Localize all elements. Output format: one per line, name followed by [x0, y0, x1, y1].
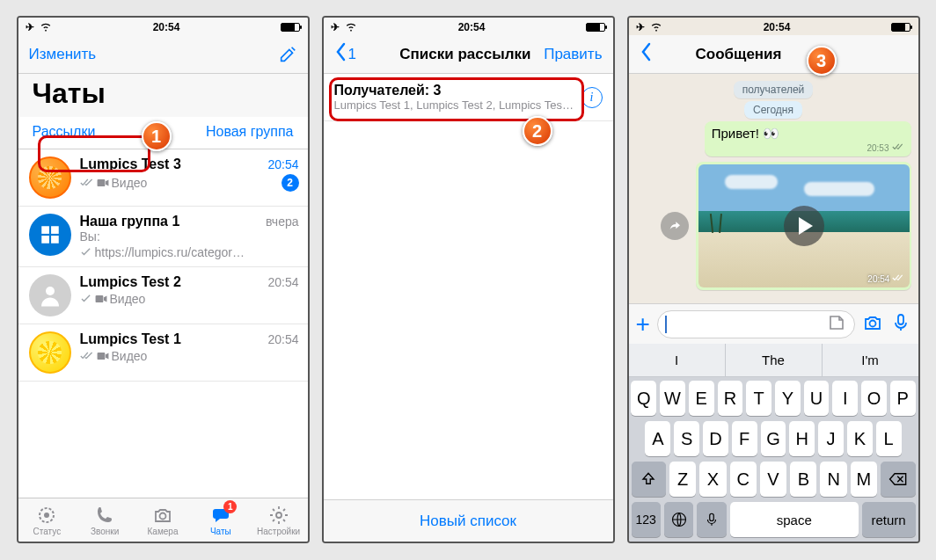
- key-123[interactable]: 123: [632, 502, 661, 537]
- key-k[interactable]: K: [847, 421, 873, 456]
- sticker-icon[interactable]: [826, 312, 847, 337]
- key-c[interactable]: C: [730, 462, 757, 497]
- key-x[interactable]: X: [699, 462, 726, 497]
- compose-button[interactable]: [245, 45, 297, 64]
- attach-button[interactable]: +: [636, 310, 650, 338]
- chat-row[interactable]: Наша группа 1вчераВы:https://lumpics.ru/…: [18, 207, 308, 267]
- chat-time: вчера: [266, 215, 298, 229]
- svg-rect-13: [898, 315, 903, 324]
- phone-conversation: ✈︎ 20:54 Сообщения получателей Сегодня П…: [627, 16, 920, 543]
- empty-area: [324, 121, 613, 499]
- chat-row[interactable]: Lumpics Test 120:54Видео: [18, 324, 308, 382]
- key-backspace[interactable]: [881, 462, 915, 497]
- key-q[interactable]: Q: [631, 381, 656, 416]
- key-g[interactable]: G: [761, 421, 786, 456]
- message-input[interactable]: [657, 310, 855, 338]
- key-b[interactable]: B: [790, 462, 816, 497]
- key-s[interactable]: S: [674, 421, 699, 456]
- navbar: Изменить: [18, 35, 308, 74]
- key-n[interactable]: N: [820, 462, 846, 497]
- recipients-pill: получателей: [734, 81, 814, 98]
- key-z[interactable]: Z: [669, 462, 696, 497]
- svg-point-11: [276, 513, 282, 518]
- key-y[interactable]: Y: [775, 381, 801, 416]
- broadcasts-link[interactable]: Рассылки: [33, 124, 96, 140]
- text-cursor: [665, 316, 667, 333]
- key-p[interactable]: P: [890, 381, 916, 416]
- key-t[interactable]: T: [746, 381, 771, 416]
- tab-calls[interactable]: Звонки: [76, 498, 134, 542]
- broadcast-list-item[interactable]: Получателей: 3 Lumpics Test 1, Lumpics T…: [324, 74, 613, 121]
- chat-you-prefix: Вы:: [80, 229, 299, 244]
- key-l[interactable]: L: [876, 421, 902, 456]
- avatar: [29, 331, 71, 374]
- double-tick-icon: [892, 273, 904, 284]
- key-f[interactable]: F: [732, 421, 757, 456]
- key-shift[interactable]: [632, 462, 666, 497]
- key-mic[interactable]: [697, 502, 726, 537]
- key-m[interactable]: M: [851, 462, 877, 497]
- key-i[interactable]: I: [832, 381, 858, 416]
- input-bar: +: [629, 303, 918, 344]
- key-return[interactable]: return: [862, 502, 916, 537]
- phone-broadcast-lists: ✈︎ 20:54 1 Списки рассылки Править Получ…: [322, 16, 615, 543]
- svg-rect-15: [710, 513, 714, 520]
- chat-snippet: Видео: [80, 176, 148, 190]
- key-e[interactable]: E: [689, 381, 714, 416]
- key-a[interactable]: A: [645, 421, 670, 456]
- play-icon[interactable]: [784, 206, 824, 246]
- back-button[interactable]: 1: [334, 42, 387, 66]
- key-r[interactable]: R: [718, 381, 743, 416]
- wifi-icon: [650, 20, 662, 35]
- airplane-icon: ✈︎: [331, 21, 340, 33]
- key-globe[interactable]: [664, 502, 693, 537]
- edit-button[interactable]: Изменить: [29, 46, 97, 63]
- video-thumbnail[interactable]: 20:54: [698, 164, 910, 287]
- key-o[interactable]: O: [861, 381, 887, 416]
- wifi-icon: [40, 20, 52, 35]
- chat-row[interactable]: Lumpics Test 320:54Видео2: [18, 149, 308, 207]
- chat-name: Lumpics Test 3: [80, 156, 181, 172]
- chat-name: Lumpics Test 2: [80, 274, 181, 290]
- chat-row[interactable]: Lumpics Test 220:54Видео: [18, 267, 308, 324]
- tab-camera[interactable]: Камера: [134, 498, 192, 542]
- predict-3[interactable]: I'm: [823, 344, 918, 376]
- key-space[interactable]: space: [730, 502, 859, 537]
- predict-2[interactable]: The: [726, 344, 823, 376]
- predictive-bar: I The I'm: [629, 344, 918, 377]
- key-v[interactable]: V: [760, 462, 786, 497]
- camera-icon[interactable]: [862, 312, 883, 337]
- svg-rect-2: [51, 226, 59, 234]
- mic-icon[interactable]: [890, 312, 911, 337]
- key-d[interactable]: D: [703, 421, 728, 456]
- key-j[interactable]: J: [818, 421, 844, 456]
- predict-1[interactable]: I: [629, 344, 726, 376]
- tab-status[interactable]: Статус: [18, 498, 77, 542]
- message-bubble[interactable]: Привет! 👀 20:53: [705, 121, 911, 156]
- page-title: Чаты: [18, 74, 308, 117]
- chat-time: 20:54: [267, 332, 298, 346]
- tab-chats[interactable]: 1 Чаты: [192, 498, 250, 542]
- new-list-button[interactable]: Новый список: [324, 499, 613, 542]
- nav-title: Списки рассылки: [387, 46, 545, 63]
- back-button[interactable]: [640, 42, 692, 66]
- info-icon[interactable]: i: [581, 87, 603, 108]
- tab-chats-label: Чаты: [210, 527, 231, 536]
- forward-button[interactable]: [661, 212, 689, 240]
- key-u[interactable]: U: [804, 381, 830, 416]
- chat-list[interactable]: Lumpics Test 320:54Видео2Наша группа 1вч…: [18, 149, 308, 498]
- video-message-bubble[interactable]: 20:54: [696, 162, 910, 290]
- nav-title[interactable]: Сообщения: [692, 46, 855, 63]
- chat-background[interactable]: получателей Сегодня Привет! 👀 20:53 20:5…: [629, 74, 918, 303]
- back-count: 1: [348, 46, 356, 63]
- new-group-link[interactable]: Новая группа: [206, 124, 294, 140]
- key-w[interactable]: W: [660, 381, 685, 416]
- chat-snippet: Видео: [80, 292, 146, 306]
- svg-point-10: [159, 513, 165, 519]
- edit-right-button[interactable]: Править: [544, 46, 602, 63]
- phone-chats: ✈︎ 20:54 Изменить Чаты Рассылки Новая гр…: [17, 16, 310, 543]
- tab-calls-label: Звонки: [91, 527, 119, 536]
- tab-settings[interactable]: Настройки: [250, 498, 308, 542]
- airplane-icon: ✈︎: [636, 21, 645, 33]
- key-h[interactable]: H: [789, 421, 815, 456]
